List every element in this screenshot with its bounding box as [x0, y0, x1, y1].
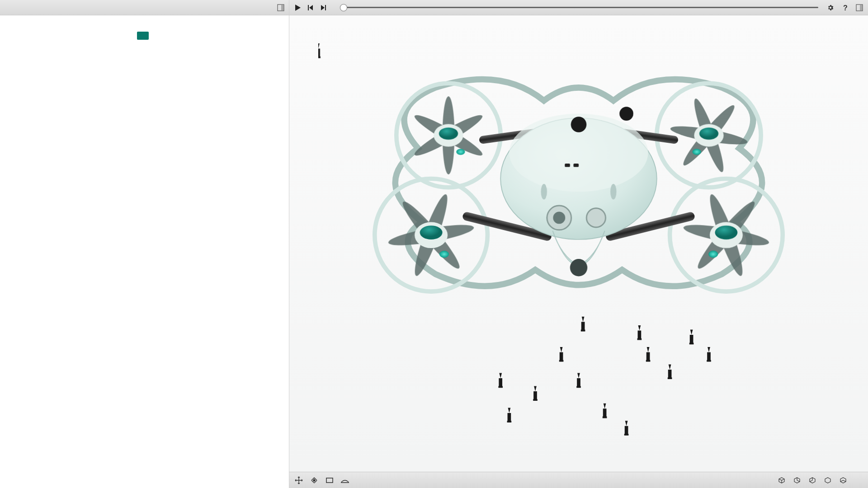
left-content-scroll[interactable]	[0, 15, 289, 488]
timeline-knob[interactable]	[340, 4, 347, 11]
svg-rect-1	[281, 5, 283, 10]
ground-plane-icon[interactable]	[340, 475, 350, 485]
right-panel: ?	[289, 0, 868, 488]
iso-view-6-icon[interactable]: [!IMPORTANT] > **That last category is t…	[854, 475, 863, 485]
left-header	[0, 0, 289, 15]
svg-rect-55	[326, 478, 333, 483]
svg-point-34	[699, 127, 718, 140]
move-tool-icon[interactable]	[294, 475, 304, 485]
next-step-button[interactable]	[318, 3, 328, 13]
svg-point-31	[439, 127, 458, 140]
iso-view-1-icon[interactable]	[777, 475, 787, 485]
svg-marker-5	[321, 5, 325, 10]
iso-view-3-icon[interactable]	[807, 475, 817, 485]
svg-rect-50	[565, 163, 570, 167]
left-panel	[0, 0, 289, 488]
player-bar: ?	[289, 0, 868, 15]
svg-point-54	[313, 479, 315, 481]
svg-text:?: ?	[843, 4, 848, 11]
svg-rect-9	[860, 5, 862, 10]
svg-marker-2	[295, 5, 301, 11]
fit-view-icon[interactable]	[325, 475, 335, 485]
svg-point-52	[541, 184, 547, 200]
viewer-toolbar: [!IMPORTANT] > **That last category is t…	[289, 472, 868, 488]
prev-step-button[interactable]	[306, 3, 316, 13]
procedure-header	[6, 32, 285, 40]
svg-point-44	[571, 117, 587, 132]
app-root: ?	[0, 0, 868, 488]
iso-view-5-icon[interactable]	[838, 475, 848, 485]
iso-view-4-icon[interactable]	[823, 475, 833, 485]
viewer-panel-options-icon[interactable]	[854, 3, 864, 13]
svg-point-37	[420, 225, 443, 239]
svg-rect-3	[308, 5, 309, 10]
settings-icon[interactable]	[826, 3, 835, 13]
svg-marker-4	[309, 5, 313, 10]
svg-rect-51	[573, 163, 579, 167]
svg-point-32	[456, 149, 465, 155]
svg-point-45	[619, 107, 633, 121]
svg-point-47	[553, 211, 565, 224]
svg-point-35	[693, 149, 701, 155]
svg-point-53	[610, 184, 616, 200]
timeline-wrap	[339, 7, 823, 8]
play-button[interactable]	[293, 3, 303, 13]
svg-point-48	[586, 208, 605, 227]
svg-point-38	[439, 250, 449, 257]
svg-point-49	[570, 259, 587, 276]
iso-view-2-icon[interactable]	[792, 475, 802, 485]
svg-point-40	[715, 225, 737, 239]
bolts-group	[318, 43, 321, 58]
panel-options-icon[interactable]	[276, 3, 285, 12]
rotate-tool-icon[interactable]	[309, 475, 319, 485]
svg-point-41	[708, 250, 718, 257]
3d-viewer[interactable]	[289, 15, 868, 472]
help-icon[interactable]: ?	[840, 3, 850, 13]
timeline-track[interactable]	[344, 7, 818, 8]
drone-model	[318, 38, 839, 449]
svg-rect-6	[325, 5, 326, 10]
procedure-3d-badge[interactable]	[137, 32, 149, 40]
